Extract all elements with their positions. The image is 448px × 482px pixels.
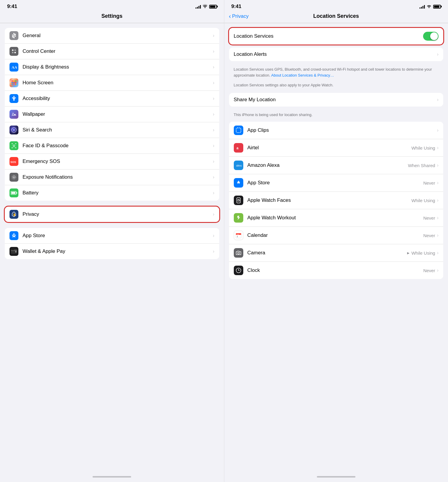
privacy-chevron: › bbox=[213, 212, 214, 217]
app-row-app-clips[interactable]: App Clips › bbox=[229, 122, 444, 139]
share-location-note: This iPhone is being used for location s… bbox=[229, 109, 444, 122]
settings-row-wallet[interactable]: Wallet & Apple Pay › bbox=[5, 244, 219, 259]
apple-watch-faces-chevron: › bbox=[437, 198, 439, 203]
app-row-airtel[interactable]: a Airtel While Using › bbox=[229, 139, 444, 157]
location-alerts-group: Location Alerts › bbox=[229, 47, 444, 61]
svg-text:alexa: alexa bbox=[236, 164, 242, 167]
settings-list: General › Control Center › bbox=[0, 26, 224, 473]
svg-rect-8 bbox=[15, 80, 16, 82]
clock-icon bbox=[234, 266, 243, 275]
accessibility-label: Accessibility bbox=[23, 96, 213, 102]
share-location-label: Share My Location bbox=[234, 97, 437, 103]
wifi-icon-right bbox=[427, 4, 431, 9]
calendar-label: Calendar bbox=[247, 232, 423, 238]
svg-text:✋: ✋ bbox=[13, 213, 16, 216]
home-indicator-left bbox=[0, 473, 224, 482]
app-row-app-store[interactable]: App Store Never › bbox=[229, 174, 444, 192]
camera-app-icon bbox=[234, 248, 243, 258]
settings-row-wallpaper[interactable]: Wallpaper › bbox=[5, 107, 219, 122]
svg-point-4 bbox=[15, 52, 16, 53]
accessibility-chevron: › bbox=[213, 96, 214, 101]
status-icons-left bbox=[196, 4, 217, 9]
settings-row-control-center[interactable]: Control Center › bbox=[5, 44, 219, 59]
svg-text:AA: AA bbox=[12, 65, 17, 69]
home-screen-chevron: › bbox=[213, 80, 214, 85]
back-button[interactable]: ‹ Privacy bbox=[229, 13, 249, 19]
app-row-clock[interactable]: Clock Never › bbox=[229, 262, 444, 279]
settings-row-general[interactable]: General › bbox=[5, 28, 219, 44]
location-services-toggle-row[interactable]: Location Services bbox=[229, 28, 444, 45]
camera-value: While Using bbox=[412, 250, 435, 256]
face-id-label: Face ID & Passcode bbox=[23, 143, 213, 149]
settings-row-display[interactable]: AA Display & Brightness › bbox=[5, 59, 219, 75]
settings-row-app-store[interactable]: A App Store › bbox=[5, 228, 219, 244]
svg-point-15 bbox=[13, 96, 15, 97]
settings-row-siri[interactable]: Siri & Search › bbox=[5, 122, 219, 138]
control-center-chevron: › bbox=[213, 49, 214, 54]
location-alerts-chevron: › bbox=[437, 52, 439, 57]
app-store-settings-chevron: › bbox=[213, 233, 214, 238]
settings-group-3: A App Store › Wallet & Apple Pay › bbox=[5, 228, 219, 259]
settings-row-face-id[interactable]: Face ID & Passcode › bbox=[5, 138, 219, 154]
svg-point-16 bbox=[12, 113, 14, 114]
location-alerts-row[interactable]: Location Alerts › bbox=[229, 47, 444, 61]
description-link[interactable]: About Location Services & Privacy… bbox=[271, 73, 334, 77]
siri-chevron: › bbox=[213, 127, 214, 133]
alexa-label: Amazon Alexa bbox=[247, 162, 408, 168]
svg-point-19 bbox=[13, 129, 15, 131]
svg-rect-32 bbox=[16, 192, 17, 194]
svg-rect-12 bbox=[12, 84, 13, 85]
svg-rect-21 bbox=[15, 143, 16, 144]
settings-row-home-screen[interactable]: Home Screen › bbox=[5, 75, 219, 91]
location-alerts-label: Location Alerts bbox=[234, 51, 437, 57]
location-toggle-label: Location Services bbox=[234, 33, 423, 39]
siri-icon bbox=[9, 126, 18, 134]
time-right: 9:41 bbox=[231, 4, 242, 9]
svg-rect-38 bbox=[15, 251, 17, 253]
accessibility-icon bbox=[9, 94, 18, 103]
settings-row-accessibility[interactable]: Accessibility › bbox=[5, 91, 219, 107]
settings-row-battery[interactable]: Battery › bbox=[5, 185, 219, 201]
settings-row-privacy[interactable]: ✋ Privacy › bbox=[5, 207, 219, 222]
battery-settings-icon bbox=[9, 188, 18, 197]
location-services-header: ‹ Privacy Location Services bbox=[224, 11, 448, 23]
calendar-chevron: › bbox=[437, 233, 439, 238]
wallet-chevron: › bbox=[213, 249, 214, 254]
clock-label: Clock bbox=[247, 267, 423, 273]
emergency-sos-chevron: › bbox=[213, 159, 214, 164]
app-store-location-chevron: › bbox=[437, 180, 439, 185]
share-location-row[interactable]: Share My Location › bbox=[229, 93, 444, 107]
status-bar-right: 9:41 bbox=[224, 0, 448, 11]
svg-rect-6 bbox=[12, 80, 13, 82]
location-services-toggle[interactable] bbox=[423, 32, 439, 41]
privacy-label: Privacy bbox=[23, 211, 213, 217]
general-icon bbox=[9, 31, 18, 40]
svg-rect-7 bbox=[13, 80, 15, 82]
location-services-title: Location Services bbox=[313, 13, 359, 19]
settings-row-emergency-sos[interactable]: SOS Emergency SOS › bbox=[5, 154, 219, 169]
app-row-amazon-alexa[interactable]: alexa Amazon Alexa When Shared › bbox=[229, 157, 444, 174]
airtel-icon: a bbox=[234, 143, 243, 153]
left-panel: 9:41 Settings bbox=[0, 0, 224, 482]
app-row-camera[interactable]: Camera ► While Using › bbox=[229, 244, 444, 262]
svg-rect-13 bbox=[13, 84, 15, 85]
apple-watch-faces-value: While Using bbox=[412, 198, 435, 203]
app-row-apple-watch-faces[interactable]: Apple Watch Faces While Using › bbox=[229, 192, 444, 209]
apple-watch-faces-icon bbox=[234, 196, 243, 205]
display-chevron: › bbox=[213, 64, 214, 70]
svg-point-0 bbox=[13, 35, 15, 36]
home-indicator-right bbox=[224, 473, 448, 482]
apple-watch-workout-icon bbox=[234, 213, 243, 223]
app-row-calendar[interactable]: ▪▪▪ 1 Calendar Never › bbox=[229, 227, 444, 244]
app-clips-icon bbox=[234, 126, 243, 135]
svg-point-3 bbox=[12, 52, 14, 53]
svg-text:1: 1 bbox=[237, 235, 238, 237]
share-location-chevron: › bbox=[437, 97, 439, 102]
app-row-apple-watch-workout[interactable]: Apple Watch Workout Never › bbox=[229, 209, 444, 227]
emergency-sos-label: Emergency SOS bbox=[23, 158, 213, 164]
battery-chevron: › bbox=[213, 190, 214, 196]
settings-row-exposure[interactable]: Exposure Notifications › bbox=[5, 169, 219, 185]
app-store-icon bbox=[234, 178, 243, 188]
signal-icon bbox=[196, 4, 201, 9]
alexa-chevron: › bbox=[437, 163, 439, 168]
